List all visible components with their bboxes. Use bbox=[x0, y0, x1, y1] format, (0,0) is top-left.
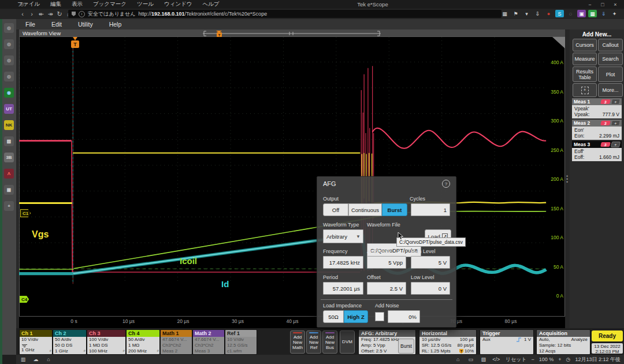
ghost-icon[interactable]: ◌ bbox=[566, 10, 575, 17]
info-icon[interactable]: i bbox=[79, 11, 85, 17]
results-table-button[interactable]: Results Table bbox=[573, 66, 597, 82]
browser-menu-2[interactable]: 表示 bbox=[72, 1, 83, 8]
forward-icon[interactable]: › bbox=[28, 9, 36, 18]
menu-help[interactable]: Help bbox=[109, 21, 122, 28]
horizontal-badge[interactable]: Horizontal 10 µs/div100 µs SR: 12.5 GS/s… bbox=[419, 329, 477, 355]
browser-menu-3[interactable]: ブックマーク bbox=[93, 1, 127, 8]
plot-button[interactable]: Plot bbox=[598, 66, 623, 82]
ch2-badge[interactable]: Ch 2 50 A/div50 Ω DS 1 GHz» bbox=[53, 329, 87, 355]
help-icon[interactable]: ? bbox=[442, 180, 450, 188]
acquisition-badge[interactable]: Acquisition Auto,Analyze Sample: 12 bits… bbox=[536, 329, 590, 355]
tab-search-icon[interactable]: ▦ bbox=[500, 10, 509, 17]
side-tab-tek-scope[interactable]: ◉ bbox=[4, 88, 14, 98]
math2-badge[interactable]: Math 2 47.6674 V...Ch3*Ch2 Meas 3 bbox=[192, 329, 225, 355]
url-bar[interactable]: i 安全ではありません http://192.168.0.101/Tektron… bbox=[68, 10, 502, 18]
side-tab-2[interactable]: ◍ bbox=[4, 39, 14, 49]
meas2-badge[interactable]: Meas 2 3 + Eon' Eon:2.299 mJ bbox=[572, 120, 622, 140]
callout-button[interactable]: Callout bbox=[598, 39, 623, 51]
download-icon[interactable]: ⇩ bbox=[533, 10, 542, 17]
impedance-highz-button[interactable]: High Z bbox=[344, 310, 368, 323]
ch3-badge[interactable]: Ch 3 100 V/div1 MΩ DS 100 MHz» bbox=[87, 329, 126, 355]
zoom-out-button[interactable]: − bbox=[532, 356, 534, 362]
search-button[interactable]: Search bbox=[598, 53, 623, 65]
side-tab-4[interactable]: ◍ bbox=[4, 72, 14, 81]
meas1-count-pill[interactable]: 3 bbox=[600, 99, 611, 104]
meas1-add-pill[interactable]: + bbox=[611, 99, 621, 105]
amplitude-input[interactable]: 5 Vpp bbox=[367, 256, 406, 269]
side-tab-add[interactable]: + bbox=[4, 201, 14, 211]
zoom-select-button[interactable]: + bbox=[573, 83, 597, 97]
close-button[interactable]: × bbox=[609, 2, 622, 8]
output-off-button[interactable]: Off bbox=[323, 203, 348, 216]
menu-edit[interactable]: Edit bbox=[51, 21, 62, 28]
apps-grid-icon[interactable]: ▦ bbox=[588, 10, 597, 17]
measure-button[interactable]: Measure bbox=[573, 53, 597, 65]
period-input[interactable]: 57.2001 µs bbox=[323, 282, 363, 295]
dvm-button[interactable]: DVM bbox=[340, 330, 355, 354]
ch1-badge[interactable]: Ch 1 10 V/div 1 GHz» bbox=[19, 329, 53, 355]
afg-badge[interactable]: AFG: Arbitrary Freq: 17.4825 kHzAmp: 5 V… bbox=[358, 329, 416, 355]
side-tab-a[interactable]: Λ bbox=[4, 169, 14, 179]
acquisition-minimap[interactable]: T bbox=[199, 30, 384, 37]
reload-icon[interactable]: ↻ bbox=[55, 9, 64, 18]
frequency-input[interactable]: 17.4825 kHz bbox=[323, 256, 363, 269]
side-tab-3b[interactable]: 3B bbox=[4, 153, 14, 162]
math1-badge[interactable]: Math 1 47.6674 V...Ch3*Ch2 Meas 2 bbox=[160, 329, 192, 355]
more-button[interactable]: More... bbox=[598, 83, 623, 97]
menu-file[interactable]: File bbox=[25, 21, 35, 28]
meas3-add-pill[interactable]: + bbox=[611, 142, 621, 147]
add-new-ref-button[interactable]: AddNewRef bbox=[306, 330, 321, 354]
high-level-input[interactable]: 5 V bbox=[411, 256, 450, 269]
trigger-marker[interactable]: T bbox=[71, 40, 79, 48]
add-noise-checkbox[interactable] bbox=[375, 312, 384, 321]
meas3-count-pill[interactable]: 3 bbox=[600, 142, 611, 147]
menu-utility[interactable]: Utility bbox=[78, 21, 93, 28]
skype-icon[interactable]: S bbox=[555, 10, 564, 17]
first-page-icon[interactable]: ↞ bbox=[37, 9, 45, 18]
taskbar-left-icon-2[interactable]: ⌂ bbox=[44, 356, 53, 362]
meas1-badge[interactable]: Meas 1 3 + Vpeak' Vpeak:777.9 V bbox=[572, 98, 622, 118]
side-tab-ut[interactable]: UT bbox=[4, 104, 14, 114]
office-icon[interactable]: ▣ bbox=[577, 10, 586, 17]
taskbar-left-icon-1[interactable]: ☁ bbox=[31, 356, 40, 362]
taskbar-right-icon-0[interactable]: ⌂ bbox=[454, 356, 463, 362]
adblock-icon[interactable]: ● bbox=[544, 10, 553, 17]
taskbar-right-icon-1[interactable]: ▭ bbox=[466, 356, 476, 362]
last-page-icon[interactable]: ↠ bbox=[46, 9, 54, 18]
low-level-input[interactable]: 0 V bbox=[411, 282, 450, 295]
meas3-badge[interactable]: Meas 3 3 + Eoff' Eoff:1.660 mJ bbox=[572, 141, 622, 161]
browser-menu-1[interactable]: 編集 bbox=[50, 1, 61, 8]
maximize-button[interactable]: □ bbox=[596, 2, 609, 8]
taskbar-right-icon-3[interactable]: </> bbox=[492, 356, 501, 362]
browser-menu-4[interactable]: ツール bbox=[137, 1, 154, 8]
noise-percent-input[interactable]: 0% bbox=[388, 310, 420, 323]
meas2-count-pill[interactable]: 3 bbox=[600, 121, 611, 125]
add-new-bus-button[interactable]: AddNewBus bbox=[322, 330, 337, 354]
ch4-badge[interactable]: Ch 4 50 A/div1 MΩ 200 MHz» bbox=[126, 329, 160, 355]
side-tab-3[interactable]: ◍ bbox=[4, 55, 14, 65]
save-page-icon[interactable]: ⇓ bbox=[599, 10, 608, 17]
caret-down-icon[interactable]: ▾ bbox=[522, 10, 531, 17]
bookmark-icon[interactable]: ⚑ bbox=[511, 10, 520, 17]
zoom-corner-handle[interactable] bbox=[552, 37, 565, 49]
output-burst-button[interactable]: Burst bbox=[382, 203, 407, 216]
reset-button[interactable]: リセット bbox=[506, 356, 527, 363]
panel-divider[interactable]: ••• bbox=[565, 29, 570, 328]
browser-menu-6[interactable]: ヘルプ bbox=[203, 1, 220, 8]
afg-burst-button[interactable]: Burst bbox=[398, 339, 414, 354]
cursors-button[interactable]: Cursors bbox=[573, 39, 597, 51]
add-new-math-button[interactable]: AddNewMath bbox=[290, 330, 305, 354]
side-tab-apps[interactable]: ▦ bbox=[4, 185, 14, 195]
waveform-type-dropdown[interactable]: Arbitrary▼ bbox=[323, 229, 363, 243]
extension-icon[interactable]: ✦ bbox=[610, 10, 619, 17]
taskbar-right-icon-2[interactable]: ▨ bbox=[479, 356, 488, 362]
side-tab-snip[interactable]: ▧ bbox=[4, 136, 14, 146]
side-tab-1[interactable]: ◍ bbox=[4, 23, 14, 33]
back-icon[interactable]: ‹ bbox=[18, 9, 27, 18]
browser-menu-5[interactable]: ウィンドウ bbox=[164, 1, 192, 8]
browser-menu-0[interactable]: ファイル bbox=[17, 1, 40, 8]
offset-input[interactable]: 2.5 V bbox=[367, 282, 406, 295]
meas2-add-pill[interactable]: + bbox=[611, 120, 621, 126]
side-tab-nk[interactable]: NK bbox=[4, 120, 14, 130]
drag-handle-icon[interactable]: ••• bbox=[566, 175, 568, 184]
